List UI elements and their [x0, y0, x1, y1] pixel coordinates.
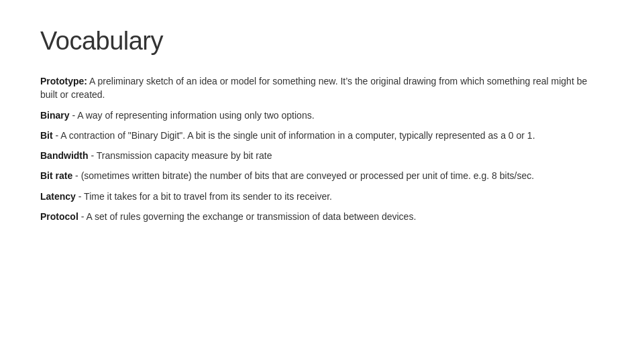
vocab-term: Bit [40, 130, 53, 141]
vocab-item: Binary - A way of representing informati… [40, 109, 604, 122]
vocabulary-list: Prototype: A preliminary sketch of an id… [40, 74, 604, 223]
vocab-term: Bit rate [40, 170, 72, 181]
vocab-term: Latency [40, 191, 76, 202]
vocab-item: Bandwidth - Transmission capacity measur… [40, 149, 604, 162]
vocab-term: Prototype: [40, 76, 87, 86]
page-title: Vocabulary [40, 27, 604, 56]
vocab-definition: - (sometimes written bitrate) the number… [72, 170, 534, 181]
vocab-item: Bit rate - (sometimes written bitrate) t… [40, 169, 604, 182]
vocab-definition: - A way of representing information usin… [70, 110, 315, 121]
vocab-item: Latency - Time it takes for a bit to tra… [40, 190, 604, 203]
vocab-item: Bit - A contraction of "Binary Digit". A… [40, 129, 604, 142]
page-container: Vocabulary Prototype: A preliminary sket… [0, 0, 644, 362]
vocab-definition: - Transmission capacity measure by bit r… [89, 150, 272, 161]
vocab-term: Binary [40, 110, 70, 121]
vocab-item: Protocol - A set of rules governing the … [40, 210, 604, 223]
vocab-definition: - A set of rules governing the exchange … [78, 211, 417, 222]
vocab-item: Prototype: A preliminary sketch of an id… [40, 74, 604, 102]
vocab-term: Protocol [40, 211, 78, 222]
vocab-definition: - A contraction of "Binary Digit". A bit… [53, 130, 535, 141]
vocab-definition: A preliminary sketch of an idea or model… [40, 76, 587, 100]
vocab-definition: - Time it takes for a bit to travel from… [76, 191, 332, 202]
vocab-term: Bandwidth [40, 150, 89, 161]
